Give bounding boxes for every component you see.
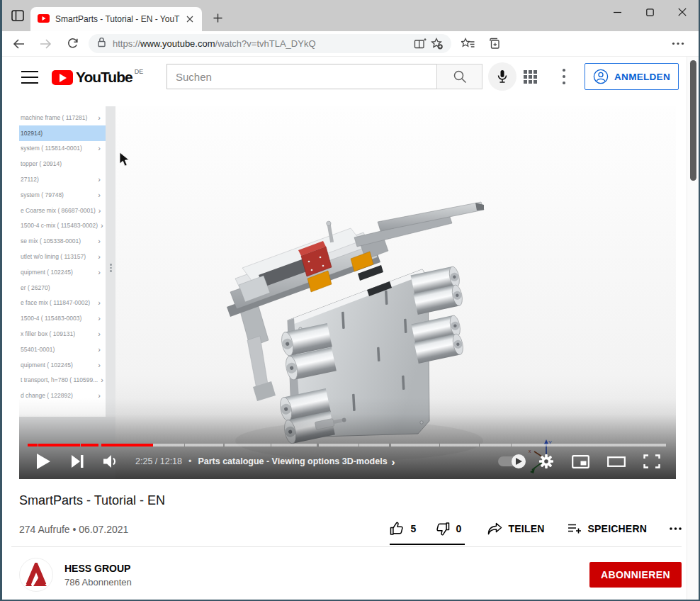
cad-tree-item[interactable]: e face mix ( 111847-0002)› (19, 296, 106, 311)
chapter-label[interactable]: • Parts catalogue - Viewing options 3D-m… (188, 456, 395, 468)
theater-mode-icon[interactable] (607, 456, 626, 467)
youtube-apps-icon[interactable] (524, 70, 537, 84)
share-button[interactable]: TEILEN (487, 514, 545, 544)
volume-icon[interactable] (103, 454, 120, 468)
favorites-icon[interactable] (457, 34, 478, 54)
hide-part-icon[interactable] (119, 176, 129, 186)
url-text: https://www.youtube.com/watch?v=tvhTLA_D… (113, 38, 412, 49)
table-header: Pos.Part numberDesignatio (562, 106, 676, 128)
browser-tab[interactable]: SmartParts - Tutorial - EN - YouT (30, 7, 202, 31)
voice-search-icon[interactable] (488, 62, 516, 91)
new-tab-button[interactable] (208, 8, 227, 28)
channel-subscribers: 786 Abonnenten (64, 577, 132, 588)
collections-icon[interactable] (484, 34, 505, 54)
cad-tree-item[interactable]: system ( 79748)› (19, 187, 106, 203)
url-field[interactable]: https://www.youtube.com/watch?v=tvhTLA_D… (89, 34, 451, 53)
person-icon (593, 69, 609, 84)
menu-icon[interactable] (21, 71, 38, 84)
address-bar: https://www.youtube.com/watch?v=tvhTLA_D… (2, 31, 699, 57)
fullscreen-icon[interactable] (643, 454, 660, 468)
table-row[interactable]: 16103025Stopper p (562, 185, 676, 204)
cad-tree-item[interactable]: 1500-4 ( 115483-0003)› (19, 310, 106, 326)
autoplay-toggle[interactable] (498, 456, 524, 466)
cad-tree-item[interactable]: 27112)› (19, 172, 106, 187)
lock-icon (97, 37, 106, 50)
table-row[interactable]: 9N3700D1011Red bronz (562, 147, 676, 166)
transparent-part-icon (119, 197, 129, 207)
player-controls: 2:25 / 12:18 • Parts catalogue - Viewing… (19, 448, 676, 475)
youtube-header: YouTube DE ANMELDEN (2, 57, 699, 97)
table-row[interactable]: 26103945Guiding c (562, 204, 676, 223)
channel-avatar[interactable] (19, 558, 53, 592)
add-favorite-icon[interactable] (429, 35, 446, 52)
cad-tree-item[interactable]: machine frame ( 117281)› (19, 110, 106, 125)
minimize-button[interactable] (601, 0, 633, 24)
next-button[interactable] (72, 455, 84, 468)
table-row[interactable]: 1255726Rubber bu (562, 166, 676, 185)
cad-tree-item[interactable]: 55401-0001)› (19, 342, 106, 357)
video-player[interactable]: machine frame ( 117281)›102914)system ( … (19, 106, 676, 479)
cad-tree-item[interactable]: t transport, h=780 ( 110599...› (19, 373, 106, 388)
cad-parts-table: Pos.Part numberDesignatio774173Radial sh… (562, 106, 676, 359)
undo-icon[interactable] (318, 116, 327, 128)
cad-tree-item[interactable]: system ( 115814-0001)› (19, 141, 106, 157)
playlist-add-icon (568, 522, 582, 535)
fit-view-icon (119, 116, 129, 125)
cad-tree-item[interactable]: topper ( 20914) (19, 156, 106, 172)
signin-button[interactable]: ANMELDEN (585, 63, 679, 90)
cad-tree-item[interactable]: 102914) (19, 125, 106, 141)
maximize-button[interactable] (633, 0, 666, 24)
collapse-panel-icon (119, 238, 129, 248)
window-controls (601, 0, 699, 24)
table-row[interactable]: 774173Radial sha (562, 128, 676, 147)
cad-parts-tree: machine frame ( 117281)›102914)system ( … (19, 106, 106, 417)
progress-bar[interactable] (28, 444, 668, 446)
miniplayer-icon[interactable] (572, 455, 589, 468)
cad-tree-item[interactable]: quipment ( 102245)› (19, 357, 106, 373)
cad-tree-item[interactable]: 1500-4 c-mix ( 115483-0002)› (19, 218, 106, 234)
back-icon[interactable] (8, 34, 29, 54)
more-actions-icon[interactable] (670, 514, 682, 544)
cad-tree-item[interactable]: e Coarse mix ( 86687-0001)› (19, 203, 106, 218)
settings-icon[interactable] (538, 454, 554, 469)
cad-tree-item[interactable]: er ( 26270) (19, 280, 106, 296)
browser-window: SmartParts - Tutorial - EN - YouT (0, 0, 700, 601)
save-button[interactable]: SPEICHERN (568, 514, 647, 544)
rating-group: 5 0 (390, 514, 465, 545)
cad-tree-item[interactable]: se mix ( 105338-0001)› (19, 233, 106, 249)
cad-tree-item[interactable]: quipment ( 102245)› (19, 264, 106, 280)
cad-tree-item[interactable]: utlet w/o lining ( 113157)› (19, 249, 106, 264)
redo-icon[interactable] (344, 116, 354, 128)
dislike-button[interactable]: 0 (435, 514, 462, 544)
subscribe-button[interactable]: ABONNIEREN (589, 562, 682, 588)
cad-view-toolbar (116, 110, 132, 252)
home-icon[interactable] (332, 116, 339, 128)
tab-close-icon[interactable] (184, 13, 196, 26)
tab-actions-icon[interactable] (8, 6, 28, 25)
page-scrollbar[interactable] (687, 57, 699, 600)
video-title: SmartParts - Tutorial - EN (19, 493, 699, 508)
forward-icon[interactable] (35, 34, 56, 54)
youtube-logo[interactable]: YouTube DE (52, 68, 143, 86)
search-button[interactable] (436, 64, 482, 89)
refresh-icon[interactable] (62, 34, 83, 54)
youtube-favicon (38, 13, 50, 26)
video-actions: 5 0 TEILEN SPEICHERN (390, 514, 682, 545)
close-button[interactable] (666, 0, 699, 24)
split-screen-icon[interactable] (412, 35, 429, 52)
channel-row: HESS GROUP 786 Abonnenten ABONNIEREN (19, 558, 682, 592)
search-input[interactable] (166, 64, 436, 89)
youtube-region-label: DE (135, 68, 144, 75)
play-button[interactable] (37, 454, 50, 469)
cad-tree-item[interactable]: x filler box ( 109131)› (19, 326, 106, 342)
thumb-down-icon (435, 522, 450, 536)
tab-title: SmartParts - Tutorial - EN - YouT (55, 14, 184, 24)
youtube-options-icon[interactable] (562, 69, 566, 84)
youtube-logo-text: YouTube (76, 69, 132, 86)
like-button[interactable]: 5 (390, 514, 417, 544)
channel-name[interactable]: HESS GROUP (64, 563, 132, 574)
scrollbar-thumb[interactable] (690, 60, 696, 181)
settings-menu-icon[interactable] (667, 34, 689, 54)
chapter-chevron-icon: › (392, 456, 395, 468)
youtube-play-icon (52, 70, 73, 85)
